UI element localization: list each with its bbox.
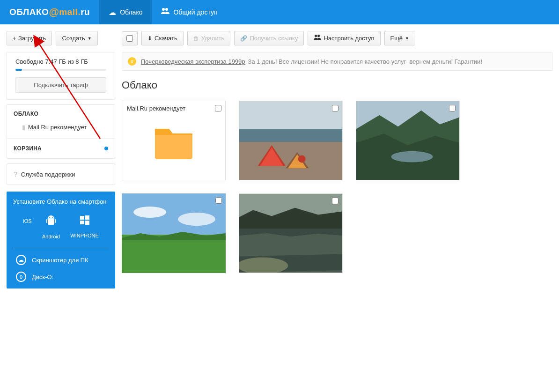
svg-point-3 — [52, 217, 53, 218]
logo-mail-text: mail — [59, 7, 78, 17]
tree-item-label: Mail.Ru рекомендует — [28, 124, 87, 131]
svg-rect-8 — [80, 221, 84, 224]
promo-box: Установите Облако на смартфон iOS Androi… — [7, 192, 115, 288]
svg-point-0 — [162, 8, 165, 11]
tree-item-recommend[interactable]: ▮ Mail.Ru рекомендует — [14, 122, 108, 133]
svg-point-20 — [178, 213, 215, 226]
svg-rect-4 — [46, 219, 47, 223]
svg-rect-21 — [122, 235, 226, 273]
sidebar: + Загрузить Создать ▼ Свободно 7.47 ГБ и… — [0, 24, 122, 295]
header: ОБЛАКО @ mail . ru ☁ Облако Общий доступ — [0, 0, 559, 24]
android-icon — [45, 214, 57, 230]
trash-icon: 🗑 — [193, 35, 199, 42]
os-android-label: Android — [42, 234, 60, 239]
folder-item[interactable]: Mail.Ru рекомендует — [122, 101, 226, 180]
more-label: Ещё — [390, 35, 403, 42]
image-item[interactable] — [239, 101, 343, 180]
help-icon: ? — [14, 170, 17, 178]
plus-icon: + — [13, 35, 16, 42]
people-icon — [314, 35, 321, 42]
file-checkbox[interactable] — [332, 105, 338, 111]
cloud-download-icon: ☁ — [16, 255, 26, 265]
toolbar: ⬇ Скачать 🗑 Удалить 🔗 Получить ссылку На… — [122, 31, 552, 45]
image-item[interactable] — [239, 193, 343, 273]
svg-rect-5 — [55, 219, 56, 223]
os-winphone[interactable]: WINPHONE — [70, 214, 99, 239]
logo-ru-text: ru — [81, 7, 90, 17]
tree-box: ОБЛАКО ▮ Mail.Ru рекомендует КОРЗИНА — [7, 104, 115, 159]
storage-fill — [15, 69, 22, 71]
windows-icon — [79, 214, 90, 229]
disko-link[interactable]: о Диск-О: — [7, 272, 115, 288]
people-icon — [161, 7, 169, 17]
link-icon: 🔗 — [240, 35, 247, 42]
caret-down-icon: ▼ — [405, 36, 409, 41]
logo[interactable]: ОБЛАКО @ mail . ru — [0, 6, 99, 18]
svg-rect-7 — [85, 215, 89, 220]
storage-bar — [15, 69, 106, 71]
file-checkbox[interactable] — [215, 105, 221, 111]
more-button[interactable]: Ещё ▼ — [384, 31, 416, 45]
svg-point-11 — [317, 35, 320, 37]
image-item[interactable] — [122, 193, 226, 273]
svg-point-19 — [133, 207, 166, 218]
promo-title: Установите Облако на смартфон — [7, 192, 115, 212]
screenshoter-label: Скриншотер для ПК — [32, 257, 88, 264]
create-button[interactable]: Создать ▼ — [56, 31, 97, 45]
status-dot-icon — [104, 147, 108, 150]
ad-icon: я — [128, 57, 136, 66]
ad-bar: я Почерковедческая экспертиза 1999р За 1… — [122, 52, 552, 71]
file-checkbox[interactable] — [332, 198, 338, 204]
image-thumbnail — [239, 194, 342, 273]
delete-label: Удалить — [201, 35, 225, 42]
svg-point-2 — [49, 217, 50, 218]
tree-cloud-title[interactable]: ОБЛАКО — [14, 111, 108, 117]
access-button[interactable]: Настроить доступ — [308, 31, 380, 45]
create-label: Создать — [62, 35, 85, 42]
os-ios[interactable]: iOS — [23, 214, 31, 239]
upload-label: Загрузить — [18, 35, 46, 42]
tree-trash-label: КОРЗИНА — [14, 145, 42, 152]
image-thumbnail — [239, 101, 342, 180]
image-thumbnail — [356, 101, 459, 180]
folder-icon: ▮ — [22, 124, 25, 131]
os-ios-label: iOS — [23, 218, 31, 224]
svg-rect-6 — [80, 216, 84, 220]
download-icon: ⬇ — [147, 35, 152, 42]
download-button[interactable]: ⬇ Скачать — [141, 31, 184, 45]
svg-rect-9 — [85, 221, 89, 225]
select-all-checkbox[interactable] — [122, 31, 138, 45]
page-title: Облако — [122, 79, 552, 91]
tree-trash-row[interactable]: КОРЗИНА — [7, 138, 115, 158]
ad-text: За 1 день! Все лицензии! Не понравится к… — [248, 58, 482, 65]
file-checkbox[interactable] — [215, 197, 222, 204]
tab-shared[interactable]: Общий доступ — [152, 0, 227, 24]
tab-shared-label: Общий доступ — [173, 8, 217, 16]
folder-label: Mail.Ru рекомендует — [127, 105, 185, 112]
ad-link[interactable]: Почерковедческая экспертиза 1999р — [141, 58, 245, 65]
select-all-input[interactable] — [126, 35, 133, 42]
getlink-label: Получить ссылку — [250, 35, 298, 42]
getlink-button[interactable]: 🔗 Получить ссылку — [234, 31, 304, 45]
os-winphone-label: WINPHONE — [70, 233, 99, 238]
logo-cloud-text: ОБЛАКО — [9, 7, 49, 17]
storage-text: Свободно 7.47 ГБ из 8 ГБ — [15, 58, 106, 65]
disko-label: Диск-О: — [32, 274, 53, 281]
svg-point-17 — [391, 151, 433, 163]
upload-button[interactable]: + Загрузить — [7, 31, 52, 45]
file-checkbox[interactable] — [449, 105, 456, 111]
image-item[interactable] — [356, 101, 460, 180]
os-android[interactable]: Android — [42, 214, 60, 239]
support-label: Служба поддержки — [21, 171, 75, 178]
sidebar-buttons: + Загрузить Создать ▼ — [7, 31, 115, 45]
storage-box: Свободно 7.47 ГБ из 8 ГБ Подключить тари… — [7, 52, 115, 100]
support-link[interactable]: ? Служба поддержки — [7, 163, 115, 185]
screenshoter-link[interactable]: ☁ Скриншотер для ПК — [7, 248, 115, 272]
delete-button[interactable]: 🗑 Удалить — [187, 31, 231, 45]
caret-down-icon: ▼ — [88, 36, 92, 41]
svg-point-15 — [298, 155, 306, 163]
tab-cloud[interactable]: ☁ Облако — [99, 0, 152, 24]
download-label: Скачать — [154, 35, 177, 42]
connect-tariff-button[interactable]: Подключить тариф — [15, 77, 106, 93]
file-grid: Mail.Ru рекомендует — [122, 101, 552, 273]
